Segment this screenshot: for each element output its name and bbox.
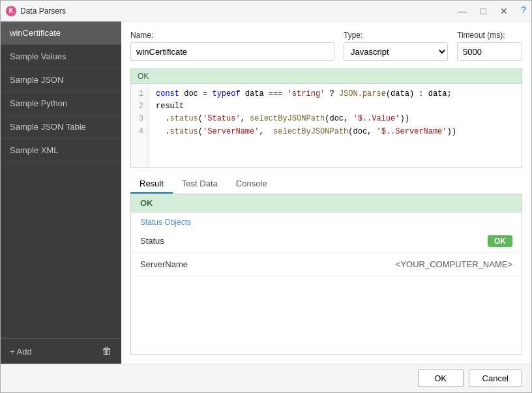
code-editor[interactable]: 1 2 3 4 const doc = typeof data === 'str… bbox=[130, 83, 522, 168]
result-key-status: Status bbox=[131, 229, 261, 253]
table-row: Status OK bbox=[131, 229, 522, 253]
table-row: ServerName <YOUR_COMPUTER_NAME> bbox=[131, 253, 522, 276]
line-num-2: 2 bbox=[136, 100, 143, 113]
tabs-bar: Result Test Data Console bbox=[130, 175, 522, 194]
window-title: Data Parsers bbox=[20, 7, 453, 16]
line-numbers: 1 2 3 4 bbox=[131, 84, 149, 167]
maximize-button[interactable]: □ bbox=[474, 5, 492, 18]
sidebar-item-wincertificate[interactable]: winCertificate bbox=[1, 22, 121, 45]
sidebar-item-samplejson[interactable]: Sample JSON bbox=[1, 68, 121, 92]
timeout-label: Timeout (ms): bbox=[457, 31, 522, 40]
computer-name-value: <YOUR_COMPUTER_NAME> bbox=[396, 259, 512, 269]
result-key-servername: ServerName bbox=[131, 253, 261, 276]
name-input[interactable] bbox=[130, 42, 334, 61]
sidebar-item-samplexml[interactable]: Sample XML bbox=[1, 139, 121, 162]
tab-console[interactable]: Console bbox=[227, 175, 276, 194]
type-group: Type: Javascript Python JSON XML bbox=[344, 31, 448, 61]
tab-result[interactable]: Result bbox=[130, 175, 173, 194]
minimize-button[interactable]: — bbox=[453, 5, 471, 18]
line-num-1: 1 bbox=[136, 88, 143, 100]
ok-button[interactable]: OK bbox=[418, 370, 464, 387]
help-icon[interactable]: ? bbox=[521, 5, 526, 18]
name-group: Name: bbox=[130, 31, 334, 61]
delete-button[interactable]: 🗑 bbox=[102, 345, 112, 357]
result-value-servername: <YOUR_COMPUTER_NAME> bbox=[261, 253, 522, 276]
right-panel: Name: Type: Javascript Python JSON XML T… bbox=[121, 22, 531, 364]
timeout-input[interactable] bbox=[457, 42, 522, 61]
main-content: winCertificate Sample Values Sample JSON… bbox=[1, 22, 531, 364]
type-label: Type: bbox=[344, 31, 448, 40]
sidebar-item-samplepython[interactable]: Sample Python bbox=[1, 92, 121, 115]
name-label: Name: bbox=[130, 31, 334, 40]
tab-testdata[interactable]: Test Data bbox=[173, 175, 227, 194]
result-panel: OK Status Objects Status OK ServerName bbox=[130, 194, 522, 355]
title-bar: K Data Parsers — □ ✕ ? bbox=[1, 1, 531, 22]
result-table: Status OK ServerName <YOUR_COMPUTER_NAME… bbox=[131, 229, 522, 276]
code-section: OK 1 2 3 4 const doc = typeof data === '… bbox=[130, 68, 522, 168]
timeout-group: Timeout (ms): bbox=[457, 31, 522, 61]
sidebar: winCertificate Sample Values Sample JSON… bbox=[1, 22, 121, 364]
status-badge: OK bbox=[488, 235, 512, 247]
close-button[interactable]: ✕ bbox=[495, 5, 513, 18]
add-button[interactable]: + Add bbox=[10, 347, 32, 357]
cancel-button[interactable]: Cancel bbox=[469, 370, 522, 387]
sidebar-footer: + Add 🗑 bbox=[1, 338, 121, 364]
form-row: Name: Type: Javascript Python JSON XML T… bbox=[130, 31, 522, 61]
code-status-label: OK bbox=[130, 68, 522, 83]
result-value-status: OK bbox=[261, 229, 522, 253]
code-lines: const doc = typeof data === 'string' ? J… bbox=[149, 84, 522, 167]
app-icon: K bbox=[6, 6, 16, 16]
type-select[interactable]: Javascript Python JSON XML bbox=[344, 42, 448, 61]
bottom-bar: OK Cancel bbox=[1, 364, 531, 392]
result-section-label: Status Objects bbox=[131, 212, 522, 229]
line-num-3: 3 bbox=[136, 113, 143, 125]
sidebar-item-samplejsontable[interactable]: Sample JSON Table bbox=[1, 115, 121, 139]
line-num-4: 4 bbox=[136, 126, 143, 138]
main-window: K Data Parsers — □ ✕ ? winCertificate Sa… bbox=[0, 0, 532, 393]
result-ok-label: OK bbox=[131, 194, 522, 212]
window-controls: — □ ✕ ? bbox=[453, 5, 526, 18]
sidebar-item-samplevalues[interactable]: Sample Values bbox=[1, 45, 121, 68]
